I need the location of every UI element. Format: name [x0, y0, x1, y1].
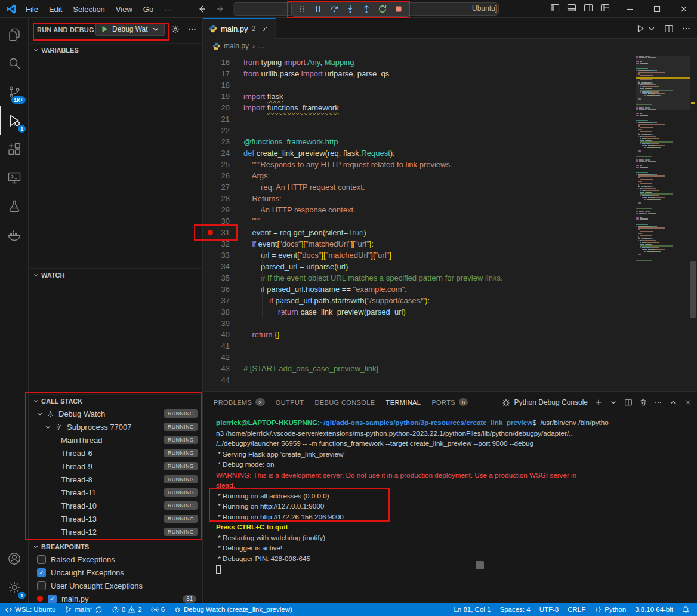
breadcrumb[interactable]: main.py › ... [203, 39, 697, 53]
section-watch[interactable]: WATCH [29, 268, 202, 281]
code-line[interactable]: 43# [START add_ons_case_preview_link] [203, 363, 697, 374]
debug-settings-gear-icon[interactable] [171, 24, 180, 34]
call-stack-row[interactable]: Debug WatchRUNNING [29, 407, 202, 420]
breakpoint-row[interactable]: User Uncaught Exceptions [29, 579, 202, 592]
panel-tab-terminal[interactable]: TERMINAL [386, 392, 421, 412]
code-line[interactable]: 30 """ [203, 215, 697, 227]
trash-button[interactable] [639, 398, 647, 406]
line-number[interactable]: 30 [203, 215, 243, 227]
line-number[interactable]: 21 [203, 113, 243, 125]
line-number[interactable]: 28 [203, 193, 243, 204]
step-over-button[interactable] [327, 2, 341, 16]
code-line[interactable]: 18 [203, 79, 697, 91]
activity-item-settings[interactable]: 1 [0, 573, 28, 602]
menu-more[interactable]: ··· [159, 5, 177, 14]
line-number[interactable]: 29 [203, 204, 243, 215]
line-number[interactable]: 37 [203, 295, 243, 306]
terminal-selector[interactable]: Python Debug Console [501, 398, 588, 407]
menu-edit[interactable]: Edit [44, 5, 67, 14]
line-number[interactable]: 25 [203, 159, 243, 170]
code-line[interactable]: 25 """Responds to any HTTP request relat… [203, 159, 697, 170]
code-line[interactable]: 26 Args: [203, 170, 697, 181]
line-number[interactable]: 44 [203, 374, 243, 386]
call-stack-row[interactable]: Thread-12RUNNING [29, 525, 202, 538]
status-item-ports[interactable]: 6 [151, 606, 165, 614]
code-line[interactable]: 16from typing import Any, Mapping [203, 57, 697, 68]
activity-item-testing[interactable] [0, 192, 28, 221]
call-stack-row[interactable]: Thread-13RUNNING [29, 512, 202, 525]
chrome-close-button[interactable] [670, 0, 697, 18]
status-item-encoding[interactable]: UTF-8 [539, 606, 559, 613]
code-line[interactable]: 29 An HTTP response context. [203, 204, 697, 215]
line-number[interactable]: 33 [203, 250, 243, 261]
activity-item-run-and-debug[interactable]: 1 [0, 106, 28, 135]
line-number[interactable]: 36 [203, 284, 243, 295]
line-number[interactable]: 18 [203, 79, 243, 91]
call-stack-row[interactable]: Subprocess 77007RUNNING [29, 420, 202, 433]
call-stack-row[interactable]: Thread-8RUNNING [29, 473, 202, 486]
code-line[interactable]: 33 url = event["docs"]["matchedUrl"]["ur… [203, 250, 697, 261]
call-stack-row[interactable]: Thread-11RUNNING [29, 486, 202, 499]
line-number[interactable]: 32 [203, 238, 243, 250]
breadcrumb-more[interactable]: ... [258, 42, 264, 50]
menu-file[interactable]: File [20, 5, 44, 14]
code-line[interactable]: 34 parsed_url = urlparse(url) [203, 261, 697, 272]
line-number[interactable]: 31 [203, 227, 243, 238]
add-button[interactable] [594, 398, 603, 406]
tab-close-icon[interactable] [261, 25, 269, 33]
ellipsis-button[interactable] [654, 398, 662, 406]
run-options-chevron-icon[interactable] [647, 24, 656, 33]
debug-config-select[interactable]: Debug Wat [95, 23, 165, 36]
pause-button[interactable] [311, 2, 325, 16]
activity-item-explorer[interactable] [0, 20, 28, 49]
line-number[interactable]: 42 [203, 352, 243, 363]
breakpoint-checkbox[interactable] [37, 581, 46, 590]
code-line[interactable]: 40 return {} [203, 329, 697, 340]
line-number[interactable]: 40 [203, 329, 243, 340]
breakpoint-row[interactable]: ✓Uncaught Exceptions [29, 566, 202, 579]
status-item-debug-status[interactable]: Debug Watch (create_link_preview) [174, 606, 292, 614]
overview-ruler[interactable] [690, 53, 697, 391]
status-item-eol[interactable]: CRLF [568, 606, 585, 613]
code-line[interactable]: 17from urllib.parse import urlparse, par… [203, 68, 697, 79]
code-line[interactable]: 44 [203, 374, 697, 386]
line-number[interactable]: 35 [203, 272, 243, 284]
go-back-icon[interactable] [197, 4, 206, 14]
editor-tab-main-py[interactable]: main.py 2 [203, 18, 276, 39]
status-item-notifications[interactable] [682, 606, 690, 614]
toggle-panel-button[interactable] [567, 3, 576, 15]
line-number[interactable]: 39 [203, 318, 243, 329]
sidebar-more-actions-icon[interactable] [187, 24, 197, 34]
line-number[interactable]: 17 [203, 68, 243, 79]
split-editor-icon[interactable] [664, 24, 674, 33]
code-line[interactable]: 36 if parsed_url.hostname == "example.co… [203, 284, 697, 295]
panel-tab-debug-console[interactable]: DEBUG CONSOLE [314, 392, 375, 412]
run-python-file-icon[interactable] [636, 24, 645, 33]
activity-item-docker[interactable] [0, 221, 28, 250]
line-number[interactable]: 23 [203, 136, 243, 147]
code-line[interactable]: 24def create_link_preview(req: flask.Req… [203, 147, 697, 159]
status-item-cursor-position[interactable]: Ln 81, Col 1 [454, 606, 491, 613]
line-number[interactable]: 19 [203, 91, 243, 102]
activity-item-remote-explorer[interactable] [0, 164, 28, 192]
step-into-button[interactable] [343, 2, 357, 16]
code-line[interactable]: 28 Returns: [203, 193, 697, 204]
toggle-secondary-sidebar-button[interactable] [584, 3, 593, 15]
section-variables[interactable]: VARIABLES [29, 43, 202, 56]
breakpoint-row[interactable]: ✓main.py31 [29, 592, 202, 603]
status-item-interpreter[interactable]: 3.8.10 64-bit [635, 606, 673, 613]
code-line[interactable]: 41 [203, 340, 697, 352]
section-breakpoints[interactable]: BREAKPOINTS [29, 540, 202, 553]
restart-button[interactable] [375, 2, 390, 16]
breadcrumb-file[interactable]: main.py [224, 42, 249, 50]
line-number[interactable]: 24 [203, 147, 243, 159]
activity-item-accounts[interactable] [0, 544, 28, 573]
minimap[interactable] [636, 56, 690, 391]
customize-layout-button[interactable] [600, 3, 610, 15]
editor-scrollbar-thumb[interactable] [690, 261, 696, 318]
section-call-stack[interactable]: CALL STACK [29, 394, 202, 407]
line-number[interactable]: 27 [203, 181, 243, 193]
call-stack-row[interactable]: Thread-6RUNNING [29, 446, 202, 460]
chrome-minimize-button[interactable] [616, 0, 643, 18]
activity-item-source-control[interactable]: 1K+ [0, 78, 28, 106]
